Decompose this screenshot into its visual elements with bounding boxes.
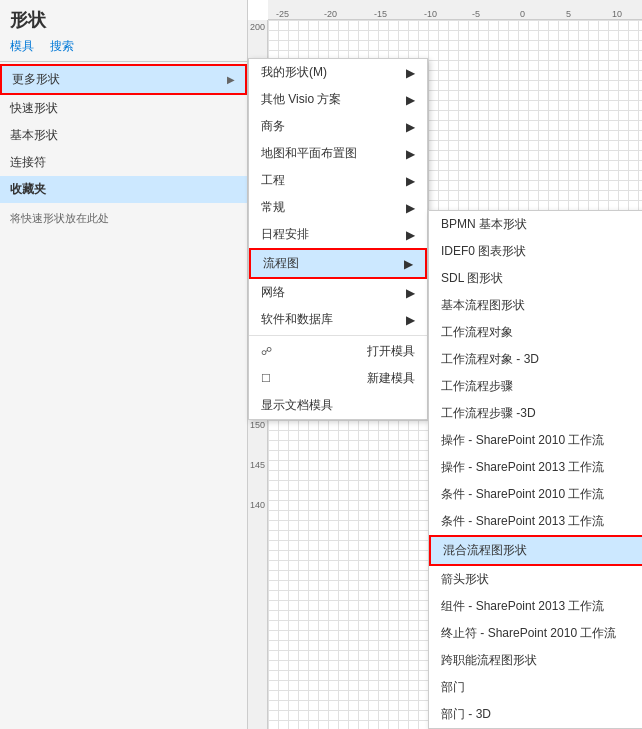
- show-doc-stencil-label: 显示文档模具: [261, 397, 333, 414]
- ruler-mark: -20: [324, 9, 337, 19]
- panel-title: 形状: [0, 0, 247, 34]
- general-label: 常规: [261, 199, 285, 216]
- workflow-steps-3d-label: 工作流程步骤 -3D: [441, 406, 536, 420]
- submenu-idef0[interactable]: IDEF0 图表形状: [429, 238, 642, 265]
- dropdown-network[interactable]: 网络 ▶: [249, 279, 427, 306]
- sidebar-item-basic-shapes[interactable]: 基本形状: [0, 122, 247, 149]
- flowchart-label: 流程图: [263, 255, 299, 272]
- sp2013-cond-label: 条件 - SharePoint 2013 工作流: [441, 514, 604, 528]
- ruler-mark: -10: [424, 9, 437, 19]
- dropdown-show-doc-stencil[interactable]: 显示文档模具: [249, 392, 427, 419]
- submenu-dept[interactable]: 部门: [429, 674, 642, 701]
- ruler-mark: -5: [472, 9, 480, 19]
- dropdown-open-stencil[interactable]: ☍ 打开模具: [249, 338, 427, 365]
- network-arrow: ▶: [406, 286, 415, 300]
- sp2010-cond-label: 条件 - SharePoint 2010 工作流: [441, 487, 604, 501]
- dropdown-maps[interactable]: 地图和平面布置图 ▶: [249, 140, 427, 167]
- left-panel: 形状 模具 搜索 更多形状 ▶ 快速形状 基本形状 连接符 收藏夹 将快速形状放…: [0, 0, 248, 729]
- quick-shapes-label: 快速形状: [10, 100, 58, 117]
- mixed-flow-label: 混合流程图形状: [443, 543, 527, 557]
- new-stencil-icon: ☐: [261, 372, 271, 385]
- ruler-vmark: 145: [250, 460, 265, 470]
- separator: [0, 61, 247, 62]
- submenu-sp2013-action[interactable]: 操作 - SharePoint 2013 工作流: [429, 454, 642, 481]
- sp2010-term-label: 终止符 - SharePoint 2010 工作流: [441, 626, 616, 640]
- dropdown-engineering[interactable]: 工程 ▶: [249, 167, 427, 194]
- dropdown-separator: [249, 335, 427, 336]
- dropdown-my-shapes[interactable]: 我的形状(M) ▶: [249, 59, 427, 86]
- flowchart-arrow: ▶: [404, 257, 413, 271]
- sidebar-item-connectors[interactable]: 连接符: [0, 149, 247, 176]
- more-shapes-label: 更多形状: [12, 71, 60, 88]
- workflow-obj-3d-label: 工作流程对象 - 3D: [441, 352, 539, 366]
- submenu-sdl[interactable]: SDL 图形状: [429, 265, 642, 292]
- dropdown-software[interactable]: 软件和数据库 ▶: [249, 306, 427, 333]
- my-shapes-label: 我的形状(M): [261, 64, 327, 81]
- submenu-mixed-flow[interactable]: 混合流程图形状: [429, 535, 642, 566]
- submenu-workflow-steps[interactable]: 工作流程步骤: [429, 373, 642, 400]
- ruler-top: -25 -20 -15 -10 -5 0 5 10: [268, 0, 642, 20]
- submenu-basic-flow[interactable]: 基本流程图形状: [429, 292, 642, 319]
- submenu-cross-func[interactable]: 跨职能流程图形状: [429, 647, 642, 674]
- sidebar-item-quick-shapes[interactable]: 快速形状: [0, 95, 247, 122]
- engineering-arrow: ▶: [406, 174, 415, 188]
- ruler-vmark: 140: [250, 500, 265, 510]
- open-stencil-label: 打开模具: [367, 343, 415, 360]
- submenu-workflow-steps-3d[interactable]: 工作流程步骤 -3D: [429, 400, 642, 427]
- basic-shapes-label: 基本形状: [10, 127, 58, 144]
- general-arrow: ▶: [406, 201, 415, 215]
- dropdown-flowchart[interactable]: 流程图 ▶: [249, 248, 427, 279]
- ruler-mark: 5: [566, 9, 571, 19]
- dept-label: 部门: [441, 680, 465, 694]
- ruler-mark: -15: [374, 9, 387, 19]
- submenu-workflow-obj[interactable]: 工作流程对象: [429, 319, 642, 346]
- submenu-bpmn[interactable]: BPMN 基本形状: [429, 211, 642, 238]
- more-shapes-arrow: ▶: [227, 74, 235, 85]
- favorites-label: 收藏夹: [10, 181, 46, 198]
- sp2013-comp-label: 组件 - SharePoint 2013 工作流: [441, 599, 604, 613]
- ruler-vmark: 150: [250, 420, 265, 430]
- idef0-label: IDEF0 图表形状: [441, 244, 526, 258]
- submenu-arrows[interactable]: 箭头形状: [429, 566, 642, 593]
- submenu-workflow-obj-3d[interactable]: 工作流程对象 - 3D: [429, 346, 642, 373]
- my-shapes-arrow: ▶: [406, 66, 415, 80]
- submenu-sp2010-term[interactable]: 终止符 - SharePoint 2010 工作流: [429, 620, 642, 647]
- other-visio-label: 其他 Visio 方案: [261, 91, 341, 108]
- panel-tabs: 模具 搜索: [0, 34, 247, 59]
- schedule-arrow: ▶: [406, 228, 415, 242]
- software-label: 软件和数据库: [261, 311, 333, 328]
- submenu-sp2010-action[interactable]: 操作 - SharePoint 2010 工作流: [429, 427, 642, 454]
- engineering-label: 工程: [261, 172, 285, 189]
- submenu-dept-3d[interactable]: 部门 - 3D: [429, 701, 642, 728]
- workflow-steps-label: 工作流程步骤: [441, 379, 513, 393]
- maps-arrow: ▶: [406, 147, 415, 161]
- submenu-sp2013-cond[interactable]: 条件 - SharePoint 2013 工作流: [429, 508, 642, 535]
- ruler-mark: 0: [520, 9, 525, 19]
- ruler-mark: -25: [276, 9, 289, 19]
- submenu-sp2013-comp[interactable]: 组件 - SharePoint 2013 工作流: [429, 593, 642, 620]
- submenu-sp2010-cond[interactable]: 条件 - SharePoint 2010 工作流: [429, 481, 642, 508]
- dropdown-schedule[interactable]: 日程安排 ▶: [249, 221, 427, 248]
- network-label: 网络: [261, 284, 285, 301]
- ruler-mark: 10: [612, 9, 622, 19]
- sdl-label: SDL 图形状: [441, 271, 503, 285]
- dropdown-menu: 我的形状(M) ▶ 其他 Visio 方案 ▶ 商务 ▶ 地图和平面布置图 ▶ …: [248, 58, 428, 420]
- sidebar-item-more-shapes[interactable]: 更多形状 ▶: [0, 64, 247, 95]
- maps-label: 地图和平面布置图: [261, 145, 357, 162]
- tab-search[interactable]: 搜索: [50, 38, 74, 55]
- dept-3d-label: 部门 - 3D: [441, 707, 491, 721]
- bpmn-label: BPMN 基本形状: [441, 217, 527, 231]
- dropdown-general[interactable]: 常规 ▶: [249, 194, 427, 221]
- placeholder-text: 将快速形状放在此处: [0, 203, 247, 234]
- dropdown-new-stencil[interactable]: ☐ 新建模具: [249, 365, 427, 392]
- schedule-label: 日程安排: [261, 226, 309, 243]
- business-label: 商务: [261, 118, 285, 135]
- software-arrow: ▶: [406, 313, 415, 327]
- ruler-vmark: 200: [250, 22, 265, 32]
- new-stencil-label: 新建模具: [367, 370, 415, 387]
- other-visio-arrow: ▶: [406, 93, 415, 107]
- tab-models[interactable]: 模具: [10, 38, 34, 55]
- dropdown-business[interactable]: 商务 ▶: [249, 113, 427, 140]
- sidebar-item-favorites[interactable]: 收藏夹: [0, 176, 247, 203]
- dropdown-other-visio[interactable]: 其他 Visio 方案 ▶: [249, 86, 427, 113]
